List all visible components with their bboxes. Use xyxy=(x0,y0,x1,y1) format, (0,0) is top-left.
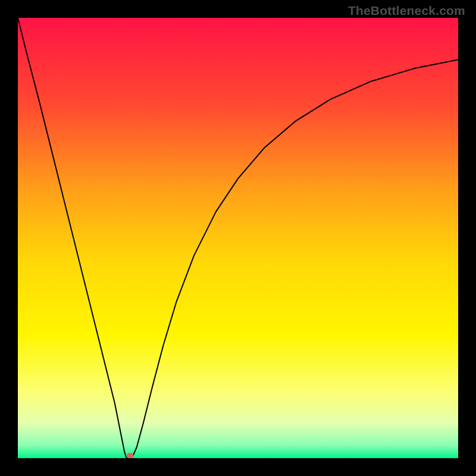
watermark-label: TheBottleneck.com xyxy=(348,4,465,18)
chart-frame: TheBottleneck.com xyxy=(0,0,476,476)
gradient-background xyxy=(18,18,458,458)
plot-area xyxy=(18,18,458,458)
chart-svg xyxy=(18,18,458,458)
